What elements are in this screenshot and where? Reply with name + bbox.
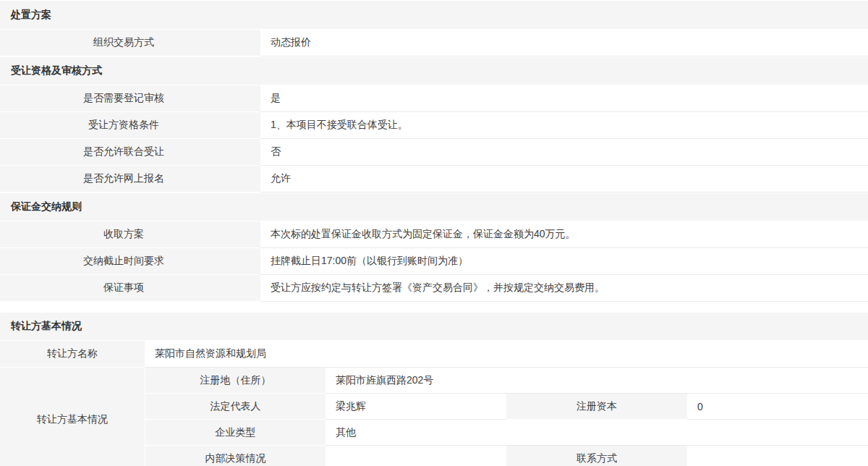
field-value: 1、本项目不接受联合体受让。 (260, 112, 868, 139)
field-label: 转让方名称 (0, 341, 145, 368)
table-row: 受让方资格条件 1、本项目不接受联合体受让。 (0, 112, 868, 139)
field-label: 是否允许网上报名 (0, 166, 260, 192)
field-label: 企业类型 (145, 420, 326, 446)
field-label: 内部决策情况 (145, 446, 326, 466)
field-value: 本次标的处置保证金收取方式为固定保证金，保证金金额为40万元。 (260, 221, 868, 248)
table-row: 交纳截止时间要求 挂牌截止日17:00前（以银行到账时间为准） (0, 248, 868, 275)
asset-listing-detail-page: 处置方案 组织交易方式 动态报价 受让资格及审核方式 是否需要登记审核 是 受让… (0, 0, 868, 466)
table-row: 组织交易方式 动态报价 (0, 30, 868, 56)
field-value: 其他 (326, 420, 868, 446)
field-label: 联系方式 (506, 446, 687, 466)
field-value: 受让方应按约定与转让方签署《资产交易合同》，并按规定交纳交易费用。 (260, 275, 868, 302)
field-label: 收取方案 (0, 221, 260, 248)
field-label: 注册地（住所） (145, 368, 326, 394)
section-header-transfer-qualification: 受让资格及审核方式 (0, 56, 868, 85)
section-header-disposal-plan: 处置方案 (0, 0, 868, 30)
table-row: 是否需要登记审核 是 (0, 85, 868, 112)
transferor-detail-group: 转让方基本情况 注册地（住所） 莱阳市旌旗西路202号 法定代表人 梁兆辉 注册… (0, 368, 868, 466)
group-label: 转让方基本情况 (0, 368, 145, 466)
table-row: 收取方案 本次标的处置保证金收取方式为固定保证金，保证金金额为40万元。 (0, 221, 868, 248)
field-value (687, 446, 868, 466)
disposal-plan-table: 处置方案 组织交易方式 动态报价 受让资格及审核方式 是否需要登记审核 是 受让… (0, 0, 868, 302)
table-row: 保证事项 受让方应按约定与转让方签署《资产交易合同》，并按规定交纳交易费用。 (0, 275, 868, 302)
field-label: 是否需要登记审核 (0, 85, 260, 112)
transferor-info-table: 转让方基本情况 转让方名称 莱阳市自然资源和规划局 转让方基本情况 注册地（住所… (0, 312, 868, 466)
table-row: 是否允许联合受让 否 (0, 139, 868, 166)
table-row: 是否允许网上报名 允许 (0, 166, 868, 192)
table-row: 注册地（住所） 莱阳市旌旗西路202号 (145, 368, 868, 394)
field-value: 否 (260, 139, 868, 166)
field-value: 挂牌截止日17:00前（以银行到账时间为准） (260, 248, 868, 275)
field-label: 组织交易方式 (0, 30, 260, 56)
field-value: 莱阳市旌旗西路202号 (326, 368, 868, 394)
nested-table: 注册地（住所） 莱阳市旌旗西路202号 法定代表人 梁兆辉 注册资本 0 企业类… (145, 368, 868, 466)
field-value: 是 (260, 85, 868, 112)
field-label: 交纳截止时间要求 (0, 248, 260, 275)
table-row: 内部决策情况 联系方式 (145, 446, 868, 466)
field-label: 是否允许联合受让 (0, 139, 260, 166)
field-label: 注册资本 (506, 394, 687, 420)
table-divider-gap (0, 302, 868, 312)
table-row: 转让方名称 莱阳市自然资源和规划局 (0, 341, 868, 368)
field-value: 动态报价 (260, 30, 868, 56)
section-header-deposit-rules: 保证金交纳规则 (0, 192, 868, 221)
section-header-transferor-info: 转让方基本情况 (0, 312, 868, 341)
field-value (326, 446, 506, 466)
table-row: 法定代表人 梁兆辉 注册资本 0 (145, 394, 868, 420)
field-label: 保证事项 (0, 275, 260, 302)
table-row: 企业类型 其他 (145, 420, 868, 446)
field-value: 莱阳市自然资源和规划局 (145, 341, 868, 368)
field-value: 梁兆辉 (326, 394, 506, 420)
field-value: 允许 (260, 166, 868, 192)
field-value: 0 (687, 394, 868, 420)
field-label: 受让方资格条件 (0, 112, 260, 139)
field-label: 法定代表人 (145, 394, 326, 420)
